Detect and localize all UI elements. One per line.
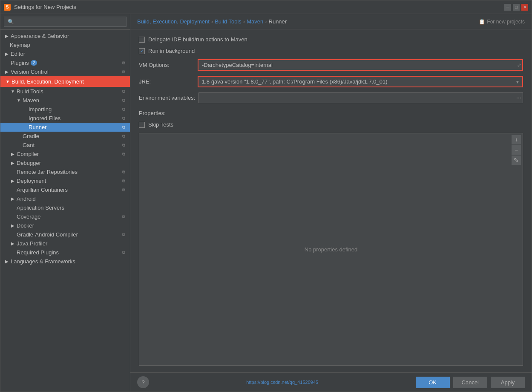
sidebar-item-runner[interactable]: ▶ Runner ⧉ xyxy=(0,123,130,132)
app-icon: S xyxy=(4,4,11,11)
run-bg-checkbox[interactable] xyxy=(139,48,145,54)
titlebar: S Settings for New Projects ─ □ ✕ xyxy=(0,0,532,14)
help-button[interactable]: ? xyxy=(137,376,149,388)
env-vars-input[interactable] xyxy=(198,92,523,103)
arrow-icon: ▶ xyxy=(4,69,10,75)
sidebar-item-maven[interactable]: ▼ Maven ⧉ xyxy=(0,96,130,105)
env-dots-icon[interactable]: ⋯ xyxy=(516,95,521,101)
window-controls: ─ □ ✕ xyxy=(504,4,528,11)
sidebar-item-coverage[interactable]: ▶ Coverage ⧉ xyxy=(0,212,130,221)
copy-icon: ⧉ xyxy=(121,124,127,130)
properties-label: Properties: xyxy=(139,110,166,116)
sidebar-item-build-exec-deploy[interactable]: ▼ Build, Execution, Deployment xyxy=(0,76,130,87)
no-properties-text: No properties defined xyxy=(305,246,357,253)
copy-icon: ⧉ xyxy=(121,89,127,95)
jre-label: JRE: xyxy=(139,78,194,85)
delegate-label: Delegate IDE build/run actions to Maven xyxy=(148,36,247,43)
ok-button[interactable]: OK xyxy=(416,377,450,388)
jre-select-wrap: 1.8 (java version "1.8.0_77", path: C:/P… xyxy=(198,76,523,87)
sidebar-item-editor[interactable]: ▶ Editor xyxy=(0,49,130,58)
vm-expand-icon[interactable]: ⤢ xyxy=(517,62,521,68)
sidebar-item-label: Android xyxy=(17,196,36,202)
sidebar-item-label: Compiler xyxy=(17,151,39,157)
close-button[interactable]: ✕ xyxy=(521,4,528,11)
sidebar-item-label: Remote Jar Repositories xyxy=(17,169,78,175)
vm-options-label: VM Options: xyxy=(139,62,194,68)
edit-property-button[interactable]: ✎ xyxy=(512,156,521,165)
sidebar-item-java-profiler[interactable]: ▶ Java Profiler xyxy=(0,239,130,248)
sidebar-item-label: Deployment xyxy=(17,178,46,184)
copy-icon: ⧉ xyxy=(121,133,127,139)
main-content: ▶ Appearance & Behavior Keymap ▶ Editor … xyxy=(0,14,532,392)
sidebar-item-version-control[interactable]: ▶ Version Control ⧉ xyxy=(0,67,130,76)
sidebar-item-gant[interactable]: ▶ Gant ⧉ xyxy=(0,141,130,150)
search-input[interactable] xyxy=(4,17,127,27)
sidebar-item-label: Languages & Frameworks xyxy=(11,258,75,265)
copy-icon: ⧉ xyxy=(121,169,127,175)
sidebar-item-label: Application Servers xyxy=(17,205,64,211)
breadcrumb-sep-1: › xyxy=(211,18,213,25)
env-vars-label: Environment variables: xyxy=(139,95,195,101)
skip-tests-row: Skip Tests xyxy=(139,121,523,128)
remove-property-button[interactable]: − xyxy=(512,145,521,155)
maximize-button[interactable]: □ xyxy=(513,4,520,11)
sidebar-item-remote-jar[interactable]: ▶ Remote Jar Repositories ⧉ xyxy=(0,167,130,176)
sidebar-item-importing[interactable]: ▶ Importing ⧉ xyxy=(0,105,130,114)
copy-icon: ⧉ xyxy=(121,142,127,148)
sidebar-item-label: Docker xyxy=(17,222,34,229)
run-bg-checkbox-row: Run in background xyxy=(139,48,523,54)
sidebar-item-build-tools[interactable]: ▼ Build Tools ⧉ xyxy=(0,87,130,96)
vm-options-input[interactable] xyxy=(198,59,523,71)
delegate-checkbox-row: Delegate IDE build/run actions to Maven xyxy=(139,36,523,43)
copy-icon: ⧉ xyxy=(121,69,127,75)
arrow-icon: ▶ xyxy=(10,160,16,166)
sidebar-item-label: Gradle-Android Compiler xyxy=(17,231,78,238)
copy-icon: ⧉ xyxy=(121,178,127,184)
props-toolbar: + − ✎ xyxy=(510,133,523,167)
main-window: S Settings for New Projects ─ □ ✕ ▶ Appe… xyxy=(0,0,532,392)
sidebar-item-keymap[interactable]: Keymap xyxy=(0,40,130,49)
sidebar-item-label: Build Tools xyxy=(17,88,43,95)
sidebar-item-deployment[interactable]: ▶ Deployment ⧉ xyxy=(0,176,130,185)
sidebar-item-appearance[interactable]: ▶ Appearance & Behavior xyxy=(0,32,130,40)
breadcrumb-sep-3: › xyxy=(265,18,267,25)
right-panel: Build, Execution, Deployment › Build Too… xyxy=(130,14,532,392)
sidebar-item-ignored-files[interactable]: ▶ Ignored Files ⧉ xyxy=(0,114,130,123)
breadcrumb-maven[interactable]: Maven xyxy=(247,18,263,25)
copy-icon: ⧉ xyxy=(121,151,127,157)
delegate-checkbox[interactable] xyxy=(139,37,145,43)
sidebar-item-label: Gradle xyxy=(23,133,39,139)
sidebar-item-label: Version Control xyxy=(11,69,49,75)
arrow-icon: ▶ xyxy=(10,241,16,247)
sidebar-item-android[interactable]: ▶ Android xyxy=(0,194,130,203)
sidebar-item-plugins[interactable]: ▶ Plugins 2 ⧉ xyxy=(0,58,130,67)
apply-button[interactable]: Apply xyxy=(491,377,525,388)
arrow-icon: ▼ xyxy=(16,98,22,104)
sidebar-item-gradle[interactable]: ▶ Gradle ⧉ xyxy=(0,132,130,141)
sidebar-item-compiler[interactable]: ▶ Compiler ⧉ xyxy=(0,150,130,159)
breadcrumb-build-tools[interactable]: Build Tools xyxy=(215,18,242,25)
sidebar-item-docker[interactable]: ▶ Docker xyxy=(0,221,130,230)
sidebar-item-debugger[interactable]: ▶ Debugger xyxy=(0,159,130,167)
sidebar-item-required-plugins[interactable]: ▶ Required Plugins ⧉ xyxy=(0,248,130,257)
cancel-button[interactable]: Cancel xyxy=(453,377,487,388)
copy-icon: ⧉ xyxy=(121,98,127,104)
sidebar-item-label: Ignored Files xyxy=(29,115,60,121)
properties-label-row: Properties: xyxy=(139,108,523,116)
sidebar-item-languages-frameworks[interactable]: ▶ Languages & Frameworks xyxy=(0,257,130,266)
copy-icon: ⧉ xyxy=(121,232,127,238)
jre-select[interactable]: 1.8 (java version "1.8.0_77", path: C:/P… xyxy=(198,77,522,86)
sidebar-item-label: Debugger xyxy=(17,160,41,166)
minimize-button[interactable]: ─ xyxy=(504,4,511,11)
sidebar-item-app-servers[interactable]: ▶ Application Servers xyxy=(0,203,130,212)
skip-tests-checkbox[interactable] xyxy=(139,122,145,128)
breadcrumb-build-exec[interactable]: Build, Execution, Deployment xyxy=(137,18,210,25)
arrow-icon: ▶ xyxy=(10,178,16,184)
sidebar-item-gradle-android[interactable]: ▶ Gradle-Android Compiler ⧉ xyxy=(0,230,130,239)
sidebar-item-label: Runner xyxy=(29,124,47,130)
arrow-icon: ▶ xyxy=(10,223,16,229)
sidebar-item-arquillian[interactable]: ▶ Arquillian Containers ⧉ xyxy=(0,185,130,194)
panel-content: Delegate IDE build/run actions to Maven … xyxy=(130,29,532,372)
add-property-button[interactable]: + xyxy=(512,135,521,144)
breadcrumb-sep-2: › xyxy=(243,18,245,25)
